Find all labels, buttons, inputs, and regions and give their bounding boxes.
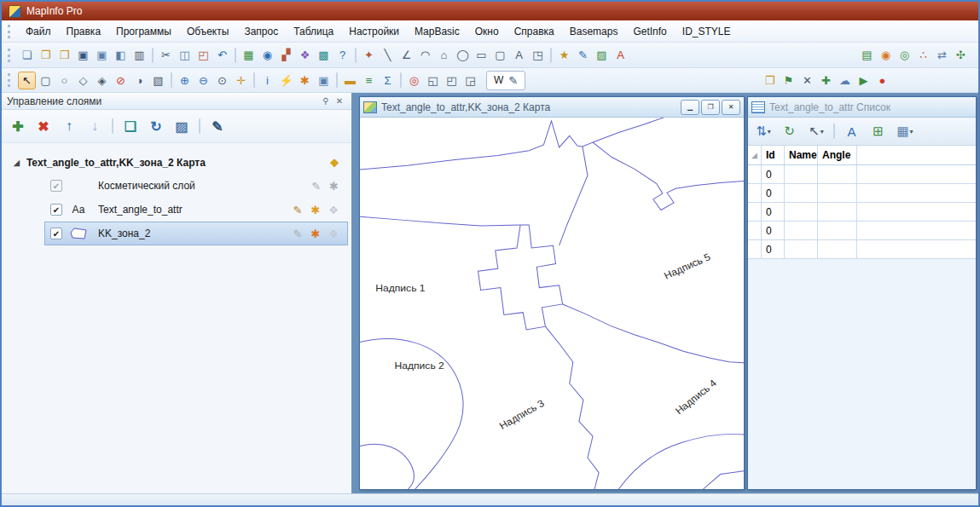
table-row[interactable]: 0 [748, 184, 976, 203]
menu-query[interactable]: Запрос [236, 23, 286, 40]
name-cell[interactable] [785, 184, 818, 202]
toolbar-separator[interactable] [112, 118, 113, 134]
angle-cell[interactable] [818, 222, 857, 239]
stylus-indicator[interactable]: W ✎ [486, 71, 525, 90]
frame-tool-icon[interactable]: ◳ [529, 46, 547, 64]
help-icon[interactable]: ? [333, 46, 351, 64]
table-row[interactable]: 0 [748, 240, 976, 259]
rectangle-tool-icon[interactable]: ▭ [473, 46, 490, 64]
layer-row-text-angle-to-attr[interactable]: ✔ Аа Text_angle_to_attr ✎ ✱ ❖ [44, 198, 348, 222]
layer-tag-icon[interactable]: ❖ [329, 157, 339, 170]
toolbar-separator[interactable] [235, 48, 236, 63]
angle-cell[interactable] [818, 203, 857, 221]
menu-options[interactable]: Настройки [341, 23, 407, 40]
info-tool-icon[interactable]: i [258, 72, 276, 89]
radius-select-icon[interactable]: ○ [55, 72, 73, 89]
menu-getinfo[interactable]: GetInfo [625, 23, 674, 40]
drag-map-window-icon[interactable]: ▣ [315, 72, 333, 89]
autolabel-icon[interactable]: ✱ [329, 180, 339, 193]
collapse-expander-icon[interactable]: ◢ [14, 158, 20, 167]
name-cell[interactable] [785, 240, 818, 258]
browser-window-titlebar[interactable]: Text_angle_to_attr Список [748, 97, 976, 118]
add-layer-icon[interactable]: ✚ [7, 115, 29, 137]
name-cell[interactable] [785, 165, 818, 183]
pick-fields-button[interactable]: ▦ ▾ [893, 121, 917, 141]
add-to-map-icon[interactable]: ❏ [119, 115, 142, 137]
browser-window[interactable]: Text_angle_to_attr Список ⇅ ▾ ↻ [747, 96, 977, 490]
angle-cell[interactable] [818, 240, 857, 258]
cloud-tool-icon[interactable]: ☁ [836, 72, 854, 89]
layer-visibility-checkbox[interactable]: ✔ [50, 228, 62, 239]
new-layout-icon[interactable]: ❖ [296, 46, 314, 64]
line-tool-icon[interactable]: ╲ [379, 46, 397, 64]
mapping-wizard-icon[interactable]: ✣ [952, 46, 970, 64]
table-row[interactable]: 0 [748, 165, 976, 184]
assign-selected-icon[interactable]: ◱ [424, 72, 442, 89]
title-bar[interactable]: MapInfo Pro [2, 2, 978, 20]
name-cell[interactable] [785, 203, 818, 221]
row-selector-cell[interactable] [748, 203, 762, 221]
undo-icon[interactable]: ↶ [213, 46, 231, 64]
save-table-icon[interactable]: ▣ [74, 46, 92, 64]
toolbar-separator[interactable] [355, 48, 357, 63]
graph-select-icon[interactable]: ▧ [149, 72, 167, 89]
copy-icon[interactable]: ◫ [176, 46, 194, 64]
remove-layer-icon[interactable]: ✖ [32, 115, 55, 137]
row-selector-cell[interactable] [748, 222, 762, 239]
polygon-select-icon[interactable]: ◇ [74, 72, 92, 89]
restore-button[interactable]: ❐ [701, 100, 720, 115]
angle-cell[interactable] [818, 165, 857, 183]
hatch-style-icon[interactable]: ▨ [171, 115, 193, 137]
save-workspace-icon[interactable]: ▣ [93, 46, 111, 64]
autolabel-icon[interactable]: ✱ [310, 204, 320, 216]
new-browser-icon[interactable]: ▦ [240, 46, 258, 64]
id-cell[interactable]: 0 [762, 165, 785, 183]
toolbar-separator[interactable] [152, 48, 154, 63]
row-selector-cell[interactable] [748, 240, 762, 258]
edit-layer-icon[interactable]: ✎ [293, 228, 303, 240]
new-grapher-icon[interactable]: ▞ [277, 46, 295, 64]
select-all-corner[interactable]: ◢ [748, 146, 762, 164]
open-workspace-icon[interactable]: ❒ [55, 46, 73, 64]
edit-layer-icon[interactable]: ✎ [293, 204, 303, 216]
text-style-button[interactable]: A [840, 121, 864, 141]
toolbar-separator[interactable] [550, 48, 552, 63]
minimize-button[interactable]: ▁ [681, 100, 699, 115]
symbol-tool-icon[interactable]: ✦ [360, 46, 378, 64]
run-mapbasic-icon[interactable]: ▶ [855, 72, 873, 89]
select-tool-icon[interactable]: ↖ [18, 72, 36, 89]
angle-cell[interactable] [818, 184, 857, 202]
id-cell[interactable]: 0 [762, 240, 785, 258]
tool-manager-icon[interactable]: ❐ [761, 72, 779, 89]
refresh-view-icon[interactable]: ↻ [145, 115, 167, 137]
add-field-button[interactable]: ⊞ [867, 121, 890, 141]
polyline-tool-icon[interactable]: ∠ [397, 46, 415, 64]
column-header-name[interactable]: Name [785, 146, 818, 164]
symbol-style-icon[interactable]: ★ [555, 46, 573, 64]
layer-visibility-checkbox[interactable]: ✔ [50, 204, 62, 216]
toolbar-separator[interactable] [833, 124, 835, 139]
marquee-select-icon[interactable]: ▢ [37, 72, 55, 89]
id-cell[interactable]: 0 [762, 222, 785, 239]
save-window-as-icon[interactable]: ◧ [112, 46, 130, 64]
paste-icon[interactable]: ◰ [194, 46, 212, 64]
registered-tool-icon[interactable]: ⚑ [780, 72, 797, 89]
auto-hide-pin-icon[interactable]: ⚲ [319, 95, 333, 107]
id-cell[interactable]: 0 [762, 184, 785, 202]
map-canvas[interactable]: Надпись 1 Надпись 2 Надпись 3 Надпись 4 … [360, 118, 744, 489]
invert-selection-icon[interactable]: ◑ [130, 72, 148, 89]
map-node[interactable]: ◢ Text_angle_to_attr,KK_зона_2 Карта ❖ [5, 152, 348, 174]
record-icon[interactable]: ● [873, 72, 891, 89]
legend-icon[interactable]: ≡ [360, 72, 378, 89]
text-tool-icon[interactable]: A [510, 46, 528, 64]
toolbar-separator[interactable] [171, 72, 172, 88]
table-row[interactable]: 0 [748, 203, 976, 222]
hotlink-tool-icon[interactable]: ⚡ [277, 72, 295, 89]
add-tool-icon[interactable]: ✚ [817, 72, 835, 89]
column-header-id[interactable]: Id [762, 146, 785, 164]
new-mapper-icon[interactable]: ◉ [258, 46, 276, 64]
select-mode-button[interactable]: ↖ ▾ [804, 121, 828, 141]
name-cell[interactable] [785, 222, 818, 239]
refresh-button[interactable]: ↻ [778, 121, 802, 141]
menu-mapbasic[interactable]: MapBasic [407, 23, 467, 40]
